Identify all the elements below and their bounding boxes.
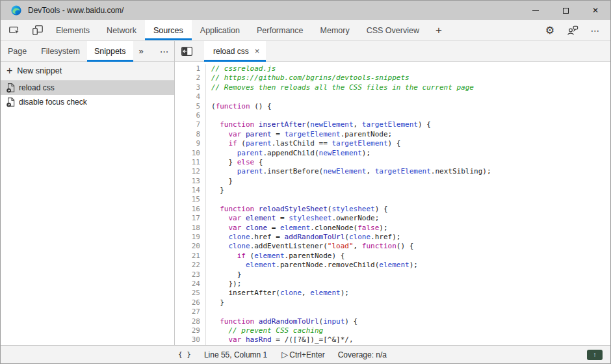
run-icon: ▷ [281, 350, 288, 359]
tab-application[interactable]: Application [192, 20, 248, 40]
code-token: else [237, 158, 255, 166]
line-number[interactable]: 18 [175, 224, 200, 233]
line-number[interactable]: 23 [175, 270, 200, 280]
line-number[interactable]: 13 [175, 177, 200, 186]
customize-menu-icon[interactable]: ⋯ [588, 23, 603, 38]
tab-performance[interactable]: Performance [248, 20, 312, 40]
cursor-position: Line 55, Column 1 [204, 350, 267, 359]
line-number[interactable]: 22 [175, 261, 200, 270]
code-token [211, 149, 237, 157]
navigator-tab-snippets[interactable]: Snippets [87, 41, 133, 61]
more-tabs-chevron-icon[interactable]: » [133, 41, 150, 61]
code-token: targetElement [362, 120, 418, 129]
code-token [254, 317, 259, 326]
line-number[interactable]: 1 [175, 64, 200, 73]
code-token: parent [246, 139, 272, 148]
line-number[interactable]: 28 [175, 317, 200, 326]
code-token: ) { [375, 205, 388, 213]
snippet-item-disable-focus-check[interactable]: disable focus check [1, 95, 174, 109]
code-editor[interactable]: 1234567891011121314151617181920212223242… [175, 62, 610, 345]
code-token: ); [341, 289, 349, 297]
code-line: clone.href = addRandomToUrl(clone.href); [211, 233, 610, 242]
navigator-overflow-menu-icon[interactable]: ⋯ [153, 41, 176, 61]
line-number[interactable]: 10 [175, 149, 200, 158]
coverage-status: Coverage: n/a [338, 350, 387, 359]
line-number[interactable]: 5 [175, 102, 200, 111]
code-token: // prevent CSS caching [229, 326, 324, 335]
editor-pane: reload css × 123456789101112131415161718… [175, 41, 610, 345]
more-tools-button[interactable]: + [428, 20, 450, 40]
code-token: () { [250, 102, 272, 110]
line-number[interactable]: 11 [175, 158, 200, 167]
line-number[interactable]: 15 [175, 195, 200, 204]
line-number[interactable]: 4 [175, 92, 200, 101]
expand-drawer-button[interactable]: ↑ [587, 350, 603, 360]
line-number[interactable]: 30 [175, 335, 200, 344]
code-line: }); [211, 280, 610, 289]
line-number[interactable]: 8 [175, 130, 200, 139]
code-token: .lastChild == [272, 139, 332, 148]
run-snippet-hint[interactable]: ▷ Ctrl+Enter [281, 350, 324, 359]
editor-tab-label: reload css [213, 47, 249, 56]
code-token: addRandomToUrl [259, 317, 319, 326]
line-number[interactable]: 20 [175, 242, 200, 251]
line-number[interactable]: 29 [175, 326, 200, 335]
code-line: // https://github.com/bgrins/devtools-sn… [211, 73, 610, 83]
line-number[interactable]: 2 [175, 73, 200, 83]
new-snippet-button[interactable]: + New snippet [1, 62, 174, 81]
tab-elements[interactable]: Elements [47, 20, 98, 40]
maximize-button[interactable] [551, 1, 580, 20]
code-token: , [354, 120, 362, 129]
line-number[interactable]: 14 [175, 186, 200, 195]
tab-network[interactable]: Network [98, 20, 145, 40]
line-number[interactable]: 6 [175, 111, 200, 120]
close-button[interactable]: ✕ [580, 1, 610, 20]
code-token [211, 224, 229, 232]
line-number[interactable]: 12 [175, 167, 200, 176]
toggle-device-toolbar-icon[interactable] [31, 23, 45, 38]
code-token [211, 205, 220, 213]
editor-tab-reload-css[interactable]: reload css × [204, 41, 266, 61]
code-token: clone [280, 289, 302, 297]
tab-close-icon[interactable]: × [255, 46, 260, 56]
code-token: , [302, 289, 310, 297]
code-token: .addEventListener( [250, 242, 328, 250]
line-number[interactable]: 25 [175, 289, 200, 298]
toggle-navigator-icon[interactable] [175, 41, 199, 61]
code-token: .href); [370, 233, 400, 241]
code-token: } [211, 270, 241, 279]
navigator-tab-page[interactable]: Page [1, 41, 34, 61]
code-line: parent.appendChild(newElement); [211, 149, 610, 158]
navigator-tab-filesystem[interactable]: Filesystem [34, 41, 87, 61]
tab-css-overview[interactable]: CSS Overview [358, 20, 428, 40]
code-token [211, 214, 229, 222]
maximize-icon [563, 8, 569, 14]
line-number[interactable]: 24 [175, 280, 200, 289]
pretty-print-button[interactable]: { } [178, 350, 191, 359]
window-controls: ✕ [521, 1, 610, 20]
inspect-element-icon[interactable] [7, 23, 21, 38]
line-number[interactable]: 17 [175, 214, 200, 223]
code-token: .ownerNode; [332, 214, 379, 222]
code-token [211, 261, 246, 269]
settings-gear-icon[interactable]: ⚙ [543, 23, 557, 38]
line-number[interactable]: 19 [175, 233, 200, 242]
code-token: stylesheet [289, 214, 332, 222]
code-token [211, 326, 229, 335]
snippet-item-reload-css[interactable]: reload css [1, 81, 174, 95]
line-number[interactable]: 7 [175, 120, 200, 129]
tab-sources[interactable]: Sources [145, 20, 192, 40]
tab-memory[interactable]: Memory [312, 20, 358, 40]
minimize-button[interactable] [521, 1, 551, 20]
snippet-file-icon [6, 83, 15, 93]
code-token: .parentNode; [341, 130, 392, 138]
line-number[interactable]: 3 [175, 83, 200, 92]
line-number[interactable]: 9 [175, 139, 200, 148]
feedback-icon[interactable] [566, 23, 580, 38]
line-number[interactable]: 26 [175, 298, 200, 307]
line-number[interactable]: 27 [175, 307, 200, 317]
code-token [241, 224, 246, 232]
line-number[interactable]: 16 [175, 205, 200, 214]
code-token: .parentNode.removeChild( [276, 261, 379, 269]
line-number[interactable]: 21 [175, 252, 200, 261]
